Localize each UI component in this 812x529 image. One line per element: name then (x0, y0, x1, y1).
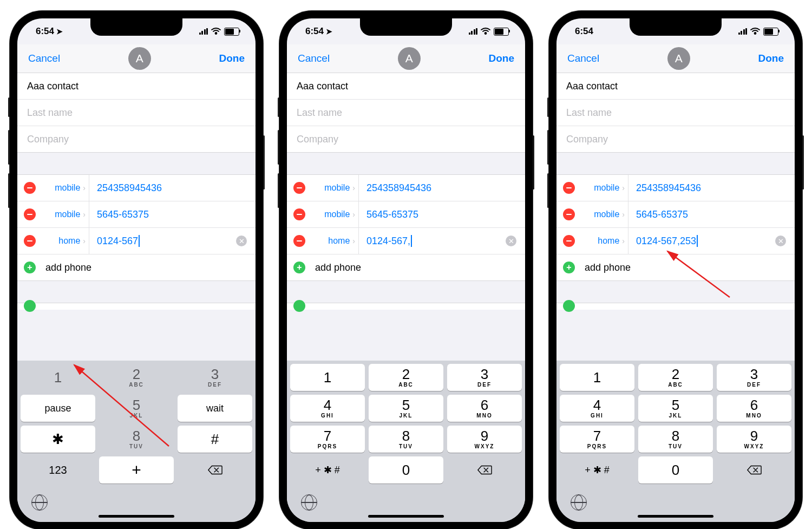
keypad-key[interactable]: 8TUV (638, 426, 713, 453)
cancel-button[interactable]: Cancel (567, 53, 599, 64)
remove-button[interactable] (293, 235, 305, 247)
keypad-key[interactable]: 6MNO (717, 395, 791, 422)
keypad-key[interactable]: 9WXYZ (447, 426, 522, 453)
cancel-button[interactable]: Cancel (28, 53, 60, 64)
keypad-key[interactable]: 9WXYZ (717, 426, 791, 453)
phone-value[interactable]: 254358945436 (628, 182, 788, 194)
last-name-field[interactable]: Last name (287, 100, 525, 126)
keypad-key[interactable]: 8TUV (369, 426, 443, 453)
backspace-key[interactable] (717, 456, 791, 484)
phone-label[interactable]: mobile› (581, 201, 628, 227)
first-name-field[interactable]: Aaa contact (556, 73, 795, 100)
keypad-key[interactable]: 5JKL (638, 395, 713, 422)
keypad-key[interactable]: 5JKL (99, 395, 174, 422)
phone-value[interactable]: 0124-567 (89, 235, 236, 247)
keypad-key[interactable]: 5JKL (369, 395, 443, 422)
keypad-key[interactable]: 7PQRS (560, 426, 634, 453)
add-phone-row[interactable]: add phone (287, 254, 525, 280)
last-name-field[interactable]: Last name (556, 100, 795, 126)
remove-button[interactable] (563, 208, 575, 220)
remove-button[interactable] (24, 235, 36, 247)
company-field[interactable]: Company (17, 126, 256, 152)
keypad-key[interactable]: 6MNO (447, 395, 522, 422)
keypad-key[interactable]: 2ABC (99, 364, 174, 391)
phone-label[interactable]: mobile› (42, 201, 89, 227)
home-indicator[interactable] (638, 515, 713, 518)
globe-icon[interactable] (301, 494, 317, 511)
switch-123[interactable]: 123 (21, 456, 95, 484)
first-name-field[interactable]: Aaa contact (287, 73, 525, 100)
keypad-key[interactable]: 3DEF (447, 364, 522, 391)
add-button[interactable] (293, 262, 305, 273)
last-name-field[interactable]: Last name (17, 100, 256, 126)
chevron-right-icon: › (622, 237, 625, 245)
add-button[interactable] (24, 262, 36, 273)
home-indicator[interactable] (99, 515, 174, 518)
phone-label[interactable]: mobile› (312, 201, 359, 227)
globe-icon[interactable] (571, 494, 587, 511)
clear-icon[interactable]: ✕ (775, 236, 786, 246)
home-indicator[interactable] (368, 515, 444, 518)
done-button[interactable]: Done (758, 53, 784, 64)
keypad-key[interactable]: 1 (290, 364, 365, 391)
chevron-right-icon: › (352, 184, 355, 192)
backspace-key[interactable] (178, 456, 252, 484)
keypad-key[interactable]: 1 (560, 364, 634, 391)
phone-label[interactable]: mobile› (581, 175, 628, 201)
company-field[interactable]: Company (287, 126, 525, 152)
keypad-key[interactable]: 8TUV (99, 426, 174, 453)
status-time: 6:54 (305, 26, 324, 37)
remove-button[interactable] (563, 235, 575, 247)
phone-value[interactable]: 5645-65375 (89, 209, 249, 220)
avatar[interactable]: A (667, 47, 690, 70)
clear-icon[interactable]: ✕ (506, 236, 516, 246)
key-0[interactable]: 0 (369, 456, 443, 484)
phone-label[interactable]: home› (42, 228, 89, 254)
first-name-field[interactable]: Aaa contact (17, 73, 256, 100)
avatar[interactable]: A (398, 47, 421, 70)
keypad-key[interactable]: 3DEF (717, 364, 791, 391)
keypad-key[interactable]: 1 (21, 364, 95, 391)
remove-button[interactable] (24, 182, 36, 194)
company-field[interactable]: Company (556, 126, 795, 152)
avatar[interactable]: A (128, 47, 151, 70)
keypad-key[interactable]: 7PQRS (290, 426, 365, 453)
keypad-key[interactable]: # (178, 426, 252, 453)
cancel-button[interactable]: Cancel (298, 53, 330, 64)
done-button[interactable]: Done (219, 53, 245, 64)
phone-label[interactable]: home› (312, 228, 359, 254)
keypad-key[interactable]: 4GHI (290, 395, 365, 422)
done-button[interactable]: Done (489, 53, 515, 64)
phone-label[interactable]: home› (581, 228, 628, 254)
remove-button[interactable] (293, 208, 305, 220)
clear-icon[interactable]: ✕ (236, 236, 247, 246)
keypad-key[interactable]: wait (178, 395, 252, 422)
keypad-key[interactable]: 2ABC (369, 364, 443, 391)
globe-icon[interactable] (31, 494, 48, 511)
key-0[interactable]: 0 (638, 456, 713, 484)
switch-symbols[interactable]: + ✱ # (290, 456, 365, 484)
add-phone-row[interactable]: add phone (17, 254, 256, 280)
phone-value[interactable]: 254358945436 (89, 182, 249, 194)
backspace-key[interactable] (447, 456, 522, 484)
phone-label[interactable]: mobile› (42, 175, 89, 201)
remove-button[interactable] (563, 182, 575, 194)
remove-button[interactable] (24, 208, 36, 220)
battery-icon (763, 28, 778, 36)
switch-symbols[interactable]: + ✱ # (560, 456, 634, 484)
phone-value[interactable]: 0124-567,253 (628, 235, 775, 247)
key-plus[interactable]: + (99, 456, 174, 484)
phone-value[interactable]: 5645-65375 (628, 209, 788, 220)
add-phone-row[interactable]: add phone (556, 254, 795, 280)
keypad-key[interactable]: 4GHI (560, 395, 634, 422)
add-button[interactable] (563, 262, 575, 273)
keypad-key[interactable]: 2ABC (638, 364, 713, 391)
phone-label[interactable]: mobile› (312, 175, 359, 201)
phone-value[interactable]: 0124-567, (359, 235, 506, 247)
phone-value[interactable]: 5645-65375 (359, 209, 519, 220)
remove-button[interactable] (293, 182, 305, 194)
keypad-key[interactable]: ✱ (21, 426, 95, 453)
keypad-key[interactable]: pause (21, 395, 95, 422)
phone-value[interactable]: 254358945436 (359, 182, 519, 194)
keypad-key[interactable]: 3DEF (178, 364, 252, 391)
